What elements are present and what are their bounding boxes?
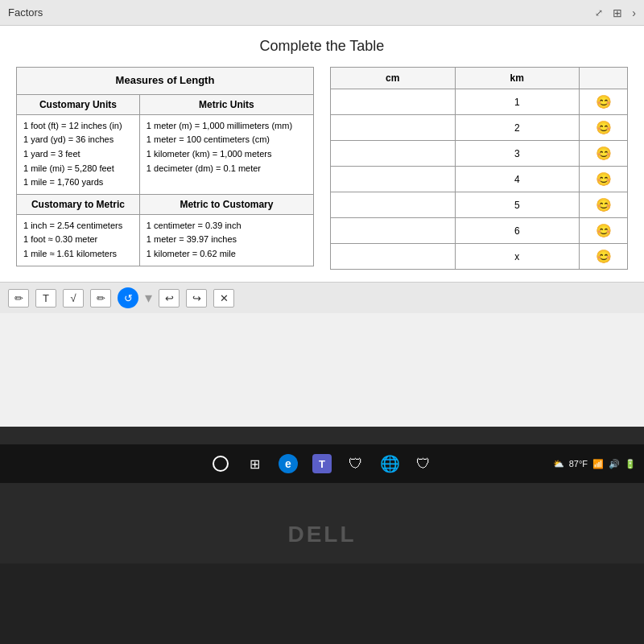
undo-button[interactable]: ↩ [159, 289, 180, 308]
table-row: 1 😊 [331, 89, 628, 115]
mtc-1: 1 centimeter = 0.39 inch [147, 219, 307, 233]
toolbar-separator: ▾ [145, 289, 152, 307]
taskview-button[interactable]: ⊞ [240, 449, 269, 478]
custom-to-metric-header: Customary to Metric [17, 194, 140, 214]
metric-unit-1: 1 meter (m) = 1,000 millimeters (mm) [147, 119, 307, 134]
km-value-6: 6 [455, 218, 580, 244]
metric-to-custom-cell: 1 centimeter = 0.39 inch 1 meter = 39.97… [139, 214, 313, 266]
mtc-3: 1 kilometer = 0.62 mile [147, 247, 307, 262]
km-value-5: 5 [455, 192, 580, 218]
laptop-base [0, 564, 644, 644]
top-bar: Factors ⤢ ⊞ › [0, 0, 644, 26]
cm-input-3[interactable] [331, 141, 456, 167]
volume-icon: 🔊 [609, 459, 620, 469]
page-title: Complete the Table [16, 38, 628, 55]
expand-icon[interactable]: ⤢ [595, 7, 603, 19]
right-col3-header [580, 68, 628, 89]
smiley-6: 😊 [580, 218, 628, 244]
km-value-4: 4 [455, 167, 580, 192]
customary-units-cell: 1 foot (ft) = 12 inches (in) 1 yard (yd)… [17, 114, 140, 194]
ctm-3: 1 mile ≈ 1.61 kilometers [23, 247, 133, 262]
customary-unit-2: 1 yard (yd) = 36 inches [23, 133, 133, 147]
smiley-x: 😊 [580, 244, 628, 270]
cm-input-1[interactable] [331, 89, 456, 115]
km-value-2: 2 [455, 115, 580, 141]
edge-icon: e [279, 454, 298, 473]
smiley-2: 😊 [580, 115, 628, 141]
smiley-1: 😊 [580, 89, 628, 115]
metric-unit-2: 1 meter = 100 centimeters (cm) [147, 133, 307, 147]
custom-to-metric-cell: 1 inch = 2.54 centimeters 1 foot ≈ 0.30 … [17, 214, 140, 266]
content-wrapper: Complete the Table Measures of Length Cu… [0, 26, 644, 313]
cm-input-4[interactable] [331, 167, 456, 192]
customary-unit-4: 1 mile (mi) = 5,280 feet [23, 162, 133, 176]
ctm-2: 1 foot ≈ 0.30 meter [23, 233, 133, 247]
shield2-button[interactable]: 🛡 [409, 449, 438, 478]
draw-button[interactable]: ✏ [90, 289, 111, 308]
mtc-2: 1 meter = 39.97 inches [147, 233, 307, 247]
km-value-1: 1 [455, 89, 580, 115]
pencil-button[interactable]: ✏ [8, 289, 29, 308]
weather-icon: ⛅ [553, 459, 564, 469]
close-button[interactable]: ✕ [213, 289, 234, 308]
km-value-3: 3 [455, 141, 580, 167]
right-table: cm km 1 😊 2 😊 [330, 67, 628, 270]
shield-button[interactable]: 🛡 [341, 449, 370, 478]
highlight-button[interactable]: ↺ [118, 287, 138, 308]
table-row: 4 😊 [331, 167, 628, 192]
sqrt-button[interactable]: √ [63, 289, 84, 308]
customary-unit-5: 1 mile = 1,760 yards [23, 175, 133, 190]
teams-icon: T [312, 454, 332, 473]
customary-unit-1: 1 foot (ft) = 12 inches (in) [23, 119, 133, 134]
metric-unit-4: 1 decimeter (dm) = 0.1 meter [147, 162, 307, 176]
chrome-button[interactable]: 🌐 [375, 449, 404, 478]
right-col1-header: cm [331, 68, 456, 89]
smiley-5: 😊 [580, 192, 628, 218]
metric-unit-3: 1 kilometer (km) = 1,000 meters [147, 147, 307, 162]
screen: Factors ⤢ ⊞ › Complete the Table Measure… [0, 0, 644, 427]
metric-units-cell: 1 meter (m) = 1,000 millimeters (mm) 1 m… [139, 114, 313, 194]
cm-input-6[interactable] [331, 218, 456, 244]
toolbar: ✏ T √ ✏ ↺ ▾ ↩ ↪ ✕ [0, 282, 644, 313]
teams-button[interactable]: T [308, 449, 336, 478]
smiley-4: 😊 [580, 167, 628, 192]
weather-temp: 87°F [569, 459, 588, 469]
col1-header: Customary Units [17, 94, 140, 114]
content-area: Complete the Table Measures of Length Cu… [0, 26, 644, 282]
metric-to-custom-header: Metric to Customary [139, 194, 313, 214]
col2-header: Metric Units [139, 94, 313, 114]
start-button[interactable] [206, 449, 235, 478]
network-icon: 📶 [592, 459, 604, 469]
table-row: 5 😊 [331, 192, 628, 218]
cm-input-5[interactable] [331, 192, 456, 218]
close-arrow-icon[interactable]: › [632, 6, 636, 19]
cm-input-2[interactable] [331, 115, 456, 141]
smiley-3: 😊 [580, 141, 628, 167]
measures-header: Measures of Length [17, 68, 314, 95]
shield2-icon: 🛡 [416, 456, 431, 473]
app-title: Factors [8, 6, 43, 19]
redo-button[interactable]: ↪ [186, 289, 207, 308]
customary-unit-3: 1 yard = 3 feet [23, 147, 133, 162]
chrome-icon: 🌐 [380, 454, 400, 473]
windows-icon [213, 456, 229, 472]
km-value-x: x [455, 244, 580, 270]
cm-input-x[interactable] [331, 244, 456, 270]
table-row: 3 😊 [331, 141, 628, 167]
table-row: 6 😊 [331, 218, 628, 244]
right-col2-header: km [455, 68, 580, 89]
ctm-1: 1 inch = 2.54 centimeters [23, 219, 133, 233]
taskbar: ⊞ e T 🛡 🌐 🛡 ⛅ 87°F 📶 🔊 🔋 [0, 444, 644, 483]
edge-button[interactable]: e [274, 449, 303, 478]
battery-icon: 🔋 [625, 459, 636, 469]
tables-container: Measures of Length Customary Units Metri… [16, 67, 628, 270]
shield-icon: 🛡 [349, 456, 363, 473]
taskbar-right: ⛅ 87°F 📶 🔊 🔋 [553, 459, 636, 469]
table-row: x 😊 [331, 244, 628, 270]
dell-logo: DELL [287, 522, 356, 547]
text-button[interactable]: T [35, 289, 56, 308]
calculator-icon[interactable]: ⊞ [613, 6, 622, 19]
table-row: 2 😊 [331, 115, 628, 141]
top-bar-icons: ⤢ ⊞ › [595, 6, 636, 19]
measures-table: Measures of Length Customary Units Metri… [16, 67, 314, 266]
